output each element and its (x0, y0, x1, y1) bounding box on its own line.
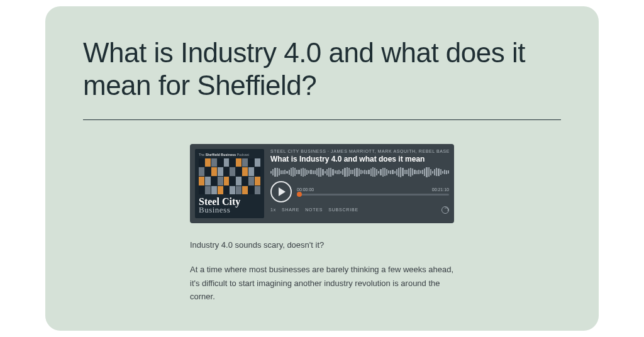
article-content: The Sheffield Business Podcast Steel Cit… (190, 144, 454, 304)
play-button[interactable] (270, 181, 292, 202)
progress-area: 00:00:00 00:21:10 (297, 187, 449, 196)
player-main: STEEL CITY BUSINESS · JAMES MARRIOTT, MA… (270, 149, 449, 218)
episode-title: What is Industry 4.0 and what does it me… (270, 155, 449, 163)
player-controls: 00:00:00 00:21:10 (270, 181, 449, 202)
intro-paragraph-2: At a time where most businesses are bare… (190, 263, 454, 303)
divider (83, 119, 561, 120)
notes-button[interactable]: NOTES (305, 207, 323, 212)
progress-bar[interactable] (297, 194, 449, 196)
time-total: 00:21:10 (432, 187, 449, 192)
captivate-icon[interactable] (441, 206, 449, 214)
podcast-player: The Sheffield Business Podcast Steel Cit… (190, 144, 454, 223)
intro-paragraph-1: Industry 4.0 sounds scary, doesn't it? (190, 238, 454, 251)
play-icon (279, 187, 286, 196)
podcast-cover-art: The Sheffield Business Podcast Steel Cit… (195, 149, 264, 218)
episode-meta: STEEL CITY BUSINESS · JAMES MARRIOTT, MA… (270, 149, 449, 153)
player-actions: 1x SHARE NOTES SUBSCRIBE (270, 206, 449, 214)
cover-tagline: The Sheffield Business Podcast (199, 153, 260, 157)
waveform[interactable] (270, 166, 449, 179)
time-current: 00:00:00 (297, 187, 314, 192)
speed-button[interactable]: 1x (270, 207, 276, 212)
cover-pattern (199, 158, 260, 194)
share-button[interactable]: SHARE (282, 207, 299, 212)
article-headline: What is Industry 4.0 and what does it me… (83, 36, 561, 102)
subscribe-button[interactable]: SUBSCRIBE (328, 207, 358, 212)
cover-brand: Steel City Business (199, 197, 260, 214)
progress-knob[interactable] (297, 192, 302, 197)
article-card: What is Industry 4.0 and what does it me… (45, 6, 599, 331)
